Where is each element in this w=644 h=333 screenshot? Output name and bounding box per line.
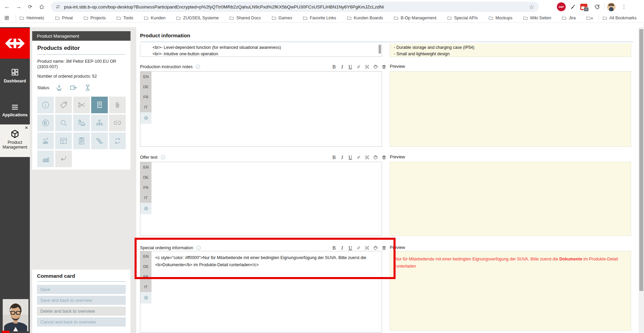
bold-icon[interactable]: B [331,245,337,251]
language-tab-de[interactable]: DE [140,261,152,272]
language-tab-de[interactable]: DE [140,82,152,92]
scrolled-editor-box[interactable]: <br>- Level-dependent function (for enha… [140,44,382,57]
close-icon[interactable]: × [25,125,28,131]
box-export-icon[interactable] [69,83,78,92]
underline-icon[interactable]: U [348,245,353,251]
bookmark-folder-tools[interactable]: Tools [116,16,133,21]
sbb-logo[interactable] [0,28,30,59]
language-tab-all[interactable] [140,112,152,124]
forward-icon[interactable]: → [14,2,23,11]
bookmarks-overflow-chevron[interactable]: » [590,15,593,21]
language-tab-fr[interactable]: FR [140,182,152,193]
editor-tab-receipt[interactable] [91,97,108,113]
trash-icon[interactable] [381,155,387,160]
bookmark-folder-heimnetz[interactable]: Heimnetz [19,16,44,21]
editor-tab-tag[interactable] [55,97,72,113]
delete-and-back-to-overview-button[interactable]: Delete and back to overview [37,307,126,316]
bookmark-folder-jira[interactable]: Jira [562,16,576,21]
underline-icon[interactable]: U [348,155,353,160]
home-icon[interactable] [37,2,46,11]
hourglass-icon[interactable] [83,83,92,92]
palette-icon[interactable] [373,64,378,70]
palette-icon[interactable] [373,155,378,160]
language-tab-all[interactable] [140,292,152,303]
sidebar-item-dashboard[interactable]: Dashboard [0,79,30,83]
save-button[interactable]: Save [37,285,126,294]
editor-scrollbar-thumb[interactable] [379,45,381,54]
url-bar[interactable]: psa-int.sbb.b-op.com/bop-desktop?Busines… [51,2,539,12]
adblock-extension-icon[interactable]: ABP [557,2,566,11]
applications-icon[interactable] [0,102,30,112]
editor-tab-paperclip[interactable] [109,97,126,113]
editor-tab-gantt[interactable] [91,133,108,149]
site-settings-icon[interactable] [55,4,61,9]
bookmark-folder-privat[interactable]: Privat [55,16,73,21]
cancel-and-back-to-overview-button[interactable]: Cancel and back to overview [37,317,126,327]
bookmark-folder-realm-apps[interactable]: REALM APPS [586,16,590,21]
editor-tab-layout[interactable] [55,133,72,149]
bookmark-folder-games[interactable]: Games [271,16,292,21]
bookmark-folder-special-apis[interactable]: Special APIs [447,16,478,21]
sidebar-item-applications[interactable]: Applications [0,113,30,117]
eyedropper-extension-icon[interactable] [568,2,577,11]
language-tab-en[interactable]: EN [140,72,152,82]
fullscreen-icon[interactable] [364,245,370,251]
editor-tab-undo[interactable] [55,151,72,167]
bookmark-folder-wiki-seiten[interactable]: Wiki Seiten [523,16,551,21]
trash-icon[interactable] [381,245,387,251]
italic-icon[interactable]: I [340,245,345,251]
bold-icon[interactable]: B [331,155,337,160]
page-scrollbar[interactable] [639,27,644,333]
link-icon[interactable] [356,64,361,70]
bookmark-folder-shared-docs[interactable]: Shared Docs [229,16,261,21]
dashboard-icon[interactable] [0,68,30,77]
trash-icon[interactable] [381,64,387,70]
underline-icon[interactable]: U [348,64,353,70]
link-icon[interactable] [356,155,361,160]
language-tab-fr[interactable]: FR [140,92,152,102]
language-tab-it[interactable]: IT [140,282,152,292]
cart-download-icon[interactable] [55,83,63,92]
all-bookmarks[interactable]: All Bookmarks [595,15,640,21]
browser-profile-avatar[interactable] [607,2,616,11]
editor-tab-euro[interactable] [37,115,54,131]
language-tab-en[interactable]: EN [140,251,152,261]
bookmark-folder-favorite-links[interactable]: Favorite Links [303,16,336,21]
save-and-back-to-overview-button[interactable]: Save and back to overview [37,296,126,305]
meet-extension-icon[interactable]: 15 [579,2,588,11]
user-profile-photo[interactable] [3,299,28,331]
editor-tab-sync[interactable] [109,133,126,149]
editor-tab-scissors[interactable] [73,97,90,113]
reload-icon[interactable]: ⟳ [26,2,35,11]
fullscreen-icon[interactable] [364,155,370,160]
editor-tab-clipboard[interactable] [73,133,90,149]
bookmark-folder-kunden[interactable]: Kunden [144,16,165,21]
special-ordering-editor-text[interactable]: <c style="color: #ff0000">Nur für Mitarb… [155,254,378,269]
editor-tab-trend-chart[interactable] [37,133,54,149]
editor-production-notes[interactable]: ENDEFRIT [140,71,382,147]
language-tab-all[interactable] [140,203,152,214]
editor-tab-info[interactable] [37,97,54,113]
fullscreen-icon[interactable] [364,64,370,70]
bookmark-folder-zugseil-systeme[interactable]: ZUGSEIL Systeme [176,16,219,21]
extensions-puzzle-icon[interactable] [592,2,601,11]
language-tab-fr[interactable]: FR [140,272,152,282]
link-icon[interactable] [356,245,361,251]
palette-icon[interactable] [373,245,378,251]
bookmark-star-icon[interactable]: ☆ [529,3,534,11]
editor-tab-chain-link[interactable] [109,115,126,131]
editor-special-ordering[interactable]: ENDEFRIT <c style="color: #ff0000">Nur f… [140,251,382,333]
language-tab-it[interactable]: IT [140,193,152,203]
editor-offer-text[interactable]: ENDEFRIT [140,162,382,236]
italic-icon[interactable]: I [340,155,345,160]
back-icon[interactable]: ← [3,2,12,11]
editor-tab-search[interactable] [55,115,72,131]
bookmark-folder-projects[interactable]: Projects [83,16,106,21]
apps-grid-icon[interactable] [4,15,9,21]
browser-menu-icon[interactable]: ⋮ [620,2,628,11]
language-tab-en[interactable]: EN [140,162,152,172]
sidebar-item-product-management[interactable]: × Product Management [0,124,30,157]
editor-tab-bar-chart[interactable] [37,151,54,167]
bookmark-folder-b-op-management[interactable]: B-Op Management [394,16,437,21]
language-tab-it[interactable]: IT [140,102,152,112]
